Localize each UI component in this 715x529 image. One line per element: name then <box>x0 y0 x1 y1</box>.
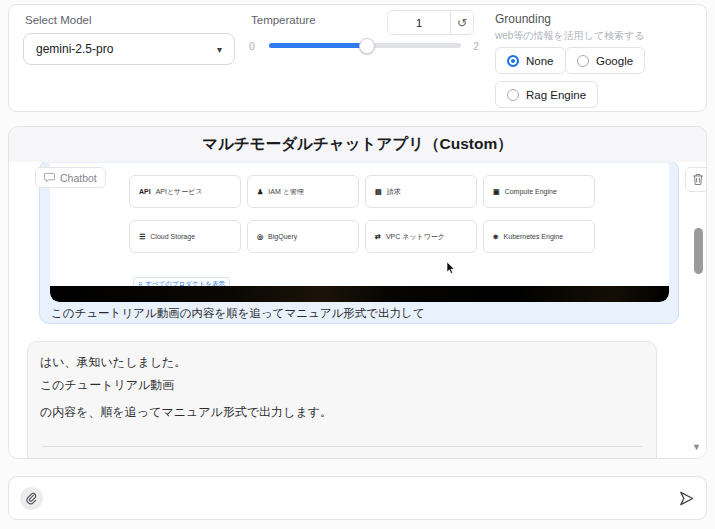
api-icon: API <box>139 188 151 195</box>
bot-message-line: はい、承知いたしました。 <box>40 351 644 374</box>
temperature-label: Temperature <box>251 14 316 26</box>
model-dropdown[interactable]: gemini-2.5-pro ▾ <box>23 33 235 65</box>
temperature-slider-handle[interactable] <box>359 38 375 54</box>
app-header: マルチモーダルチャットアプリ（Custom） <box>9 127 706 162</box>
chat-panel: マルチモーダルチャットアプリ（Custom） API APIとサービス ♟ IA… <box>8 126 707 459</box>
card-bigquery: ◎ BigQuery <box>247 220 359 253</box>
card-kubernetes-engine: ⎈ Kubernetes Engine <box>483 220 595 253</box>
billing-icon: ▤ <box>375 188 382 195</box>
card-iam-admin: ♟ IAM と管理 <box>247 175 359 208</box>
grounding-option-label: Google <box>596 55 633 67</box>
card-api-services: API APIとサービス <box>129 175 241 208</box>
chat-bubble-icon <box>44 172 55 183</box>
card-vpc-network: ⇄ VPC ネットワーク <box>365 220 477 253</box>
temperature-value-input[interactable] <box>388 11 450 34</box>
grounding-option-none[interactable]: None <box>495 47 566 74</box>
video-frame: API APIとサービス ♟ IAM と管理 ▤ 請求 ▣ Compute En… <box>50 163 669 302</box>
message-composer <box>8 476 707 520</box>
bot-message-line: の内容を、順を追ってマニュアル形式で出力します。 <box>40 401 644 424</box>
chatbot-area: API APIとサービス ♟ IAM と管理 ▤ 請求 ▣ Compute En… <box>9 162 706 459</box>
chatbot-label: Chatbot <box>60 172 97 184</box>
message-input[interactable] <box>51 476 670 520</box>
chevron-down-icon: ▾ <box>217 44 222 55</box>
radio-unselected-icon <box>577 55 589 67</box>
chat-scrollbar-thumb[interactable] <box>694 228 703 274</box>
bigquery-icon: ◎ <box>257 233 263 240</box>
grounding-option-google[interactable]: Google <box>565 47 645 74</box>
slider-max-label: 2 <box>473 40 479 52</box>
temperature-slider-fill <box>269 43 366 48</box>
slider-min-label: 0 <box>249 40 255 52</box>
reset-icon[interactable]: ↺ <box>450 11 473 34</box>
settings-panel: Select Model gemini-2.5-pro ▾ Temperatur… <box>8 4 707 112</box>
chatbot-label-chip: Chatbot <box>35 167 106 188</box>
scroll-to-bottom-icon[interactable]: ▼ <box>692 442 701 452</box>
video-letterbox-bar <box>50 286 669 302</box>
temperature-slider: 0 2 <box>249 37 479 57</box>
bot-message-line: このチュートリアル動画 <box>40 374 644 397</box>
grounding-option-label: Rag Engine <box>526 89 586 101</box>
kubernetes-icon: ⎈ <box>493 233 499 240</box>
cloud-storage-icon: ☰ <box>139 233 145 240</box>
bot-message-bubble: はい、承知いたしました。 このチュートリアル動画 の内容を、順を追ってマニュアル… <box>27 341 657 459</box>
trash-icon <box>692 173 704 186</box>
temperature-slider-track[interactable] <box>269 43 461 48</box>
card-billing: ▤ 請求 <box>365 175 477 208</box>
compute-engine-icon: ▣ <box>493 188 500 195</box>
radio-unselected-icon <box>507 89 519 101</box>
mouse-cursor-icon <box>446 262 455 274</box>
model-dropdown-value: gemini-2.5-pro <box>36 42 113 56</box>
paperclip-icon <box>25 492 38 505</box>
user-message-text: このチュートリアル動画の内容を順を追ってマニュアル形式で出力して <box>51 306 425 321</box>
iam-icon: ♟ <box>257 188 263 195</box>
markdown-divider <box>42 446 642 447</box>
temperature-number-box: ↺ <box>387 10 474 35</box>
radio-selected-icon <box>507 55 519 67</box>
console-card-grid: API APIとサービス ♟ IAM と管理 ▤ 請求 ▣ Compute En… <box>129 175 595 253</box>
grounding-label: Grounding <box>495 12 551 26</box>
card-compute-engine: ▣ Compute Engine <box>483 175 595 208</box>
user-message-bubble: API APIとサービス ♟ IAM と管理 ▤ 請求 ▣ Compute En… <box>39 162 679 324</box>
attach-file-button[interactable] <box>20 487 43 510</box>
page-title: マルチモーダルチャットアプリ（Custom） <box>202 134 512 155</box>
model-select-label: Select Model <box>25 14 91 26</box>
send-button[interactable] <box>678 490 695 507</box>
grounding-description: web等の情報を活用して検索する <box>495 29 645 43</box>
grounding-option-label: None <box>526 55 554 67</box>
send-icon <box>678 490 695 507</box>
card-cloud-storage: ☰ Cloud Storage <box>129 220 241 253</box>
grounding-option-rag-engine[interactable]: Rag Engine <box>495 81 598 108</box>
vpc-network-icon: ⇄ <box>375 233 381 240</box>
clear-chat-button[interactable] <box>685 167 706 192</box>
